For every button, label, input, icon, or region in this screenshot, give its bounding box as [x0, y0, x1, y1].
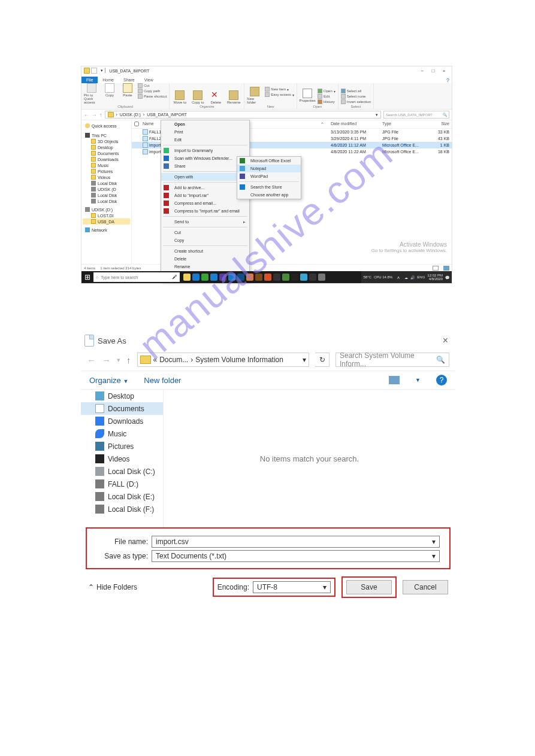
explorer-icon[interactable]	[183, 274, 191, 281]
path-input[interactable]: « Docum... › System Volume Information ▾	[137, 353, 310, 367]
tree-item[interactable]: Local Disk	[83, 192, 130, 198]
tree-item[interactable]: Music	[81, 427, 163, 440]
menu-item[interactable]: Send to▸	[161, 218, 249, 226]
open-icon[interactable]	[318, 89, 322, 93]
tree-item[interactable]: Pictures	[81, 440, 163, 453]
select-all-icon[interactable]	[341, 89, 346, 93]
menu-item[interactable]: Open with▸	[161, 173, 249, 181]
app-icon[interactable]	[219, 274, 226, 281]
chevron-down-icon[interactable]: ▾	[323, 583, 327, 591]
menu-item[interactable]: Share	[161, 162, 249, 170]
app-icon[interactable]	[264, 274, 271, 281]
tree-item[interactable]: Videos	[83, 174, 130, 180]
notification-icon[interactable]: 💬	[445, 275, 449, 280]
mic-icon[interactable]: 🎤	[172, 275, 177, 280]
rename-button[interactable]: Rename	[226, 90, 241, 104]
hide-folders-button[interactable]: ⌃ Hide Folders	[88, 583, 137, 591]
menu-item[interactable]: Delete	[161, 255, 249, 263]
tab-view[interactable]: View	[140, 77, 158, 83]
select-none-icon[interactable]	[341, 94, 346, 99]
up-button[interactable]: ↑	[126, 355, 131, 365]
tree-item[interactable]: UDISK (D:)	[83, 207, 130, 212]
menu-item[interactable]: WordPad	[237, 172, 301, 180]
tree-item-selected[interactable]: USB_DA	[83, 218, 130, 224]
move-to-button[interactable]: Move to	[172, 90, 188, 104]
tab-file[interactable]: File	[81, 77, 98, 83]
save-type-select[interactable]: Text Documents (*.txt)▾	[152, 550, 440, 562]
settings-icon[interactable]	[318, 274, 325, 281]
organize-button[interactable]: Organize ▼	[89, 376, 128, 385]
tab-home[interactable]: Home	[98, 77, 119, 83]
tree-item[interactable]: Pictures	[83, 168, 130, 174]
menu-item[interactable]: Edit	[161, 136, 249, 144]
new-folder-button[interactable]: New folder	[144, 376, 181, 385]
edge-icon[interactable]	[210, 274, 217, 281]
tree-item[interactable]: Desktop	[83, 144, 130, 150]
tree-this-pc[interactable]: This PC	[83, 132, 130, 138]
tree-item[interactable]: Documents	[81, 402, 163, 415]
paste-button[interactable]: Paste	[120, 83, 135, 97]
minimize-button[interactable]: −	[417, 68, 428, 74]
menu-item[interactable]: Compress to "import.rar" and email	[161, 207, 249, 215]
tree-item[interactable]: Local Disk (C:)	[81, 465, 163, 478]
tree-item[interactable]: Local Disk (F:)	[81, 503, 163, 515]
help-icon[interactable]: ?	[446, 77, 452, 83]
view-icon[interactable]	[389, 376, 400, 384]
col-type[interactable]: Type	[380, 122, 428, 127]
tree-network[interactable]: Network	[83, 227, 130, 233]
firefox-icon[interactable]	[246, 274, 253, 281]
search-input[interactable]: Search USB_DATA_IMPORT🔍	[383, 111, 449, 119]
copy-path-icon[interactable]	[138, 89, 143, 93]
close-button[interactable]: ×	[439, 68, 449, 74]
tree-item[interactable]: LOST.DI	[83, 212, 130, 218]
app-icon[interactable]	[282, 274, 289, 281]
file-name-input[interactable]: import.csv▾	[152, 536, 440, 548]
tree-item[interactable]: Local Disk	[83, 198, 130, 204]
view-details-icon[interactable]	[433, 266, 439, 271]
mail-icon[interactable]	[228, 274, 235, 281]
menu-item[interactable]: Microsoft Office Excel	[237, 157, 301, 165]
col-date[interactable]: Date modified	[328, 122, 380, 127]
cancel-button[interactable]: Cancel	[403, 580, 448, 594]
start-button[interactable]: ⊞	[81, 271, 93, 283]
history-button[interactable]: ▾	[117, 356, 120, 364]
app-icon[interactable]	[291, 274, 298, 281]
menu-item[interactable]: Cut	[161, 229, 249, 236]
menu-item[interactable]: Rename	[161, 263, 249, 271]
app-icon[interactable]	[300, 274, 307, 281]
tree-item[interactable]: Desktop	[81, 390, 163, 402]
menu-item[interactable]: Copy	[161, 236, 249, 244]
taskbar-search[interactable]: ○ Type here to search 🎤	[93, 272, 180, 282]
tree-item[interactable]: Local Disk (E:)	[81, 490, 163, 503]
menu-item[interactable]: Scan with Windows Defender...	[161, 154, 249, 162]
delete-button[interactable]: ✕Delete	[208, 90, 223, 104]
new-item-icon[interactable]	[265, 87, 270, 92]
app-icon[interactable]	[237, 274, 244, 281]
refresh-button[interactable]: ↻	[315, 353, 330, 367]
pin-button[interactable]: Pin to Quick access	[84, 83, 99, 104]
app-icon[interactable]	[201, 274, 208, 281]
app-icon[interactable]	[255, 274, 262, 281]
new-folder-button[interactable]: New folder	[247, 87, 262, 104]
menu-item[interactable]: Create shortcut	[161, 247, 249, 255]
history-icon[interactable]	[318, 99, 322, 104]
tree-item[interactable]: Local Disk	[83, 180, 130, 186]
tab-share[interactable]: Share	[119, 77, 140, 83]
menu-item[interactable]: Add to "import.rar"	[161, 192, 249, 199]
menu-item[interactable]: Print	[161, 128, 249, 136]
menu-item[interactable]: Add to archive...	[161, 184, 249, 192]
app-icon[interactable]	[309, 274, 316, 281]
menu-item[interactable]: Notepad	[237, 165, 301, 172]
tree-item[interactable]: Documents	[83, 150, 130, 156]
forward-button[interactable]: →	[92, 112, 97, 118]
menu-item[interactable]: Search the Store	[237, 183, 301, 191]
properties-button[interactable]: Properties	[300, 89, 315, 102]
tree-item[interactable]: Downloads	[83, 156, 130, 162]
up-button[interactable]: ↑	[99, 112, 102, 118]
tree-item[interactable]: 3D Objects	[83, 138, 130, 144]
tree-item[interactable]: Downloads	[81, 415, 163, 427]
help-icon[interactable]: ?	[436, 375, 447, 385]
copy-to-button[interactable]: Copy to	[190, 90, 205, 104]
edit-icon[interactable]	[318, 94, 322, 99]
col-size[interactable]: Size	[428, 122, 452, 127]
